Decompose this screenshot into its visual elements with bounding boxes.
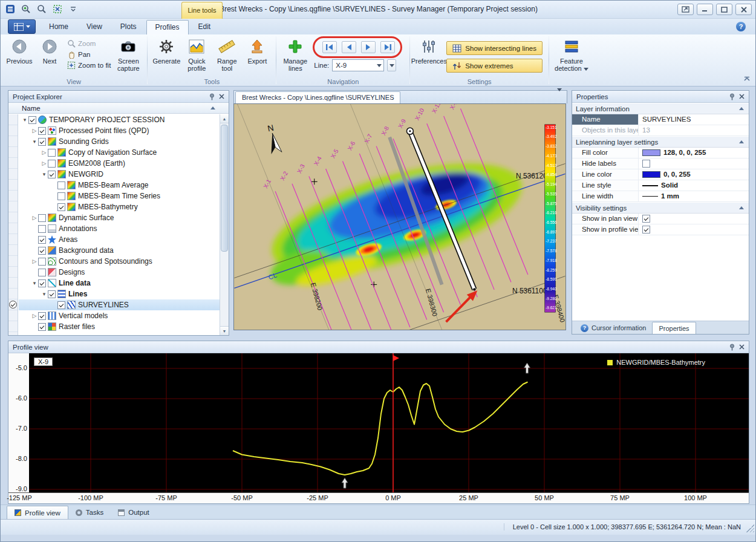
pin-icon[interactable] bbox=[727, 92, 737, 101]
line-options-dropdown[interactable] bbox=[387, 59, 396, 71]
property-checkbox[interactable] bbox=[642, 215, 650, 223]
visibility-checkbox[interactable] bbox=[28, 116, 36, 124]
expander-icon[interactable]: ▾ bbox=[41, 171, 48, 177]
tree-item-dynamic-surface[interactable]: ▷Dynamic Surface bbox=[19, 212, 220, 223]
scroll-up-icon[interactable]: ▲ bbox=[220, 114, 229, 123]
property-value[interactable]: 1 mm bbox=[639, 191, 749, 201]
scrollbar-thumb[interactable] bbox=[221, 125, 228, 252]
panel-tab-cursor-information[interactable]: ?Cursor information bbox=[575, 322, 652, 334]
contextual-tab-line-tools[interactable]: Line tools bbox=[181, 2, 223, 19]
section-collapse-icon[interactable] bbox=[739, 140, 744, 143]
property-value[interactable] bbox=[639, 214, 749, 224]
visibility-checkbox[interactable] bbox=[38, 127, 46, 135]
expander-icon[interactable]: ▾ bbox=[41, 291, 48, 297]
bottom-tab-output[interactable]: Output bbox=[111, 506, 157, 519]
zoom-button[interactable]: Zoom bbox=[65, 39, 113, 48]
fullscreen-button[interactable] bbox=[677, 4, 694, 15]
close-button[interactable] bbox=[735, 4, 752, 15]
tree-item-copy-of-navigation-surface[interactable]: ▷Copy of Navigation Surface bbox=[19, 147, 220, 158]
ribbon-tab-view[interactable]: View bbox=[78, 20, 111, 34]
generate-button[interactable]: Generate bbox=[151, 36, 181, 76]
section-collapse-icon[interactable] bbox=[739, 206, 744, 209]
previous-button[interactable]: Previous bbox=[4, 36, 34, 76]
profile-chart[interactable]: -5.0-6.0-7.0-8.0-9.0 X-9 NEWGRID/MBES-Ba… bbox=[8, 353, 749, 503]
tree-item-processed-point-files-qpd[interactable]: ▷Processed Point files (QPD) bbox=[19, 125, 220, 136]
close-panel-icon[interactable] bbox=[737, 342, 746, 351]
property-row-hide-labels[interactable]: Hide labels bbox=[572, 158, 749, 169]
expander-icon[interactable]: ▾ bbox=[21, 117, 28, 123]
ribbon-tab-home[interactable]: Home bbox=[41, 20, 77, 34]
property-row-name[interactable]: NameSURVEYLINES bbox=[572, 114, 749, 125]
close-panel-icon[interactable] bbox=[737, 92, 746, 101]
visibility-checkbox[interactable] bbox=[38, 312, 46, 320]
preferences-button[interactable]: Preferences bbox=[414, 36, 444, 76]
export-button[interactable]: Export bbox=[242, 36, 272, 76]
profile-plot-area[interactable]: X-9 NEWGRID/MBES-Bathymetry bbox=[29, 353, 749, 492]
visibility-checkbox[interactable] bbox=[48, 149, 56, 157]
next-line-button[interactable] bbox=[361, 41, 376, 53]
property-value[interactable]: 0, 0, 255 bbox=[639, 169, 749, 180]
ribbon-tab-profiles[interactable]: Profiles bbox=[146, 20, 189, 34]
expander-icon[interactable]: ▾ bbox=[31, 280, 38, 286]
map-tab-list-icon[interactable] bbox=[557, 91, 562, 103]
tree-item-vertical-models[interactable]: ▷Vertical models bbox=[19, 310, 220, 321]
property-value[interactable]: SURVEYLINES bbox=[639, 114, 749, 125]
visibility-checkbox[interactable] bbox=[38, 269, 46, 276]
tree-item-line-data[interactable]: ▾Line data bbox=[19, 278, 220, 289]
visibility-checkbox[interactable] bbox=[57, 203, 65, 211]
expander-icon[interactable]: ▷ bbox=[31, 128, 38, 134]
property-value[interactable] bbox=[639, 158, 749, 169]
bottom-tab-profile-view[interactable]: Profile view bbox=[7, 506, 68, 519]
visibility-checkbox[interactable] bbox=[57, 181, 65, 189]
visibility-checkbox[interactable] bbox=[57, 192, 65, 200]
show-intersecting-lines-toggle[interactable]: Show intersecting lines bbox=[446, 41, 543, 55]
maximize-button[interactable] bbox=[716, 4, 732, 15]
expander-icon[interactable]: ▷ bbox=[31, 215, 38, 221]
visibility-checkbox[interactable] bbox=[48, 171, 56, 178]
collapse-ribbon-icon[interactable] bbox=[743, 75, 751, 83]
property-value[interactable] bbox=[639, 224, 749, 235]
quick-profile-button[interactable]: Quick profile bbox=[181, 36, 212, 76]
properties-section-visibility-settings[interactable]: Visibility settings bbox=[572, 202, 749, 214]
expander-icon[interactable]: ▷ bbox=[31, 258, 38, 264]
visibility-checkbox[interactable] bbox=[38, 247, 46, 255]
manage-lines-button[interactable]: Manage lines bbox=[280, 36, 310, 76]
range-tool-button[interactable]: Range tool bbox=[212, 36, 242, 76]
combo-chevron-icon[interactable] bbox=[374, 60, 383, 71]
ribbon-tab-edit[interactable]: Edit bbox=[190, 20, 220, 34]
property-row-show-in-plan-view[interactable]: Show in plan view bbox=[572, 214, 749, 224]
tree-item-newgrid[interactable]: ▾NEWGRID bbox=[19, 169, 220, 180]
property-value[interactable]: 128, 0, 0, 255 bbox=[639, 148, 749, 158]
visibility-checkbox[interactable] bbox=[38, 279, 46, 287]
tree-item-sounding-grids[interactable]: ▾Sounding Grids bbox=[19, 136, 220, 147]
expander-icon[interactable]: ▾ bbox=[31, 139, 38, 145]
resize-grip[interactable] bbox=[746, 524, 754, 532]
scroll-down-icon[interactable]: ▼ bbox=[220, 326, 229, 335]
visibility-checkbox[interactable] bbox=[48, 160, 56, 168]
property-checkbox[interactable] bbox=[642, 226, 650, 233]
map-document-tab[interactable]: Brest Wrecks - Copy \Lines.qgfline \SURV… bbox=[235, 91, 400, 103]
properties-section-lineplanning-layer-settings[interactable]: Lineplanning layer settings bbox=[572, 136, 749, 148]
pin-icon[interactable] bbox=[727, 342, 737, 351]
map-canvas[interactable]: CL X-1 X-2 X-3 X-4 X-5 bbox=[233, 103, 566, 330]
tree-item-background-data[interactable]: Background data bbox=[19, 245, 220, 256]
last-line-button[interactable] bbox=[380, 41, 395, 53]
property-row-show-in-profile-view[interactable]: Show in profile view bbox=[572, 224, 749, 235]
pin-icon[interactable] bbox=[207, 92, 217, 101]
tree-item-designs[interactable]: Designs bbox=[19, 267, 220, 278]
tree-item-mbes-beam-time-series[interactable]: MBES-Beam Time Series bbox=[19, 191, 220, 201]
property-row-objects-in-this-layer[interactable]: Objects in this layer13 bbox=[572, 125, 749, 136]
visibility-checkbox[interactable] bbox=[38, 214, 46, 222]
tree-item-contours-and-spotsoundings[interactable]: ▷Contours and Spotsoundings bbox=[19, 256, 220, 267]
zoom-to-fit-button[interactable]: Zoom to fit bbox=[65, 60, 113, 70]
expander-icon[interactable]: ▷ bbox=[31, 313, 38, 319]
property-row-fill-color[interactable]: Fill color128, 0, 0, 255 bbox=[572, 148, 749, 158]
ribbon-tab-plots[interactable]: Plots bbox=[112, 20, 145, 34]
visibility-checkbox[interactable] bbox=[38, 258, 46, 266]
property-row-line-color[interactable]: Line color0, 0, 255 bbox=[572, 169, 749, 180]
visibility-checkbox[interactable] bbox=[38, 138, 46, 146]
tree-item-lines[interactable]: ▾Lines bbox=[19, 289, 220, 299]
property-row-line-width[interactable]: Line width1 mm bbox=[572, 191, 749, 202]
visibility-checkbox[interactable] bbox=[38, 225, 46, 233]
previous-line-button[interactable] bbox=[342, 41, 356, 53]
